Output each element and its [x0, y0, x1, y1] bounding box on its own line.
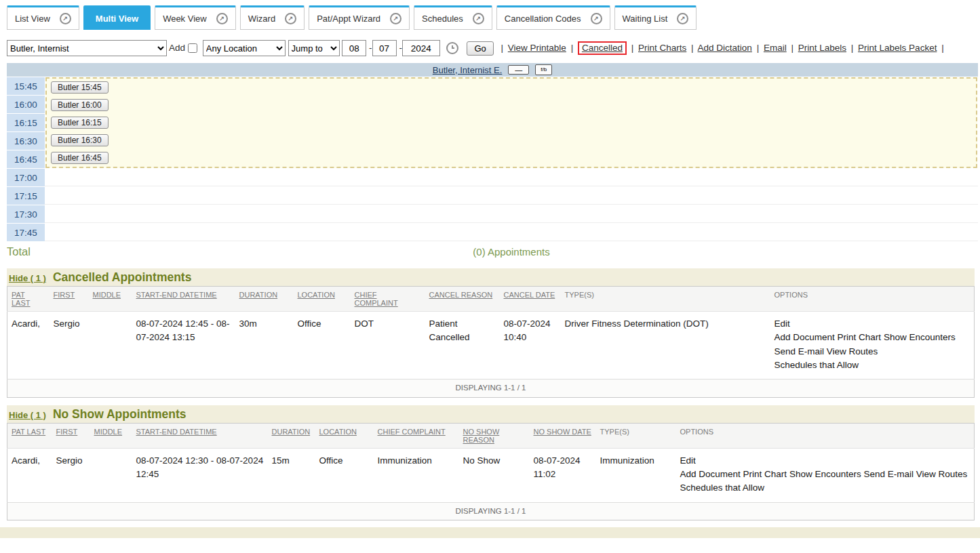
- slot-button[interactable]: Butler 15:45: [51, 81, 109, 94]
- slot-button[interactable]: Butler 16:15: [51, 117, 109, 129]
- time-label[interactable]: 15:45: [7, 77, 45, 95]
- collapse-provider-button[interactable]: —: [508, 65, 529, 75]
- schedule-empty-row[interactable]: [45, 168, 978, 186]
- print-charts-link[interactable]: Print Charts: [638, 43, 686, 53]
- open-in-new-icon[interactable]: ↗: [473, 13, 484, 24]
- time-label[interactable]: 17:45: [7, 224, 45, 241]
- add-checkbox[interactable]: [188, 43, 197, 53]
- schedules-that-allow-link[interactable]: Schedules that Allow: [775, 360, 859, 370]
- show-encounters-link[interactable]: Show Encounters: [789, 469, 861, 479]
- col-header-duration[interactable]: DURATION: [235, 287, 294, 312]
- jump-to-select[interactable]: Jump to: [288, 40, 340, 56]
- time-label[interactable]: 16:45: [7, 150, 45, 168]
- open-in-new-icon[interactable]: ↗: [285, 13, 296, 24]
- col-header-cancel-date[interactable]: CANCEL DATE: [500, 287, 561, 312]
- cell-pat-last: Acardi,: [7, 312, 50, 380]
- tab-label: Week View: [163, 14, 207, 24]
- col-header-first[interactable]: FIRST: [52, 423, 90, 448]
- provider-header-link[interactable]: Butler, Internist E.: [433, 65, 503, 75]
- fb-button[interactable]: f/b: [535, 64, 552, 75]
- hide-noshow-link[interactable]: Hide ( 1 ): [9, 410, 46, 420]
- view-routes-link[interactable]: View Routes: [827, 346, 878, 356]
- print-chart-link[interactable]: Print Chart: [743, 469, 787, 479]
- available-slot-area: Butler 15:45 Butler 16:00 Butler 16:15 B…: [45, 77, 977, 168]
- slot-button[interactable]: Butler 16:00: [51, 99, 109, 111]
- provider-select[interactable]: Butler, Internist: [7, 40, 167, 56]
- open-in-new-icon[interactable]: ↗: [677, 13, 688, 24]
- show-encounters-link[interactable]: Show Encounters: [884, 332, 956, 342]
- go-button[interactable]: Go: [467, 41, 493, 56]
- schedule-empty-row[interactable]: [45, 186, 978, 205]
- tab-bar: List View ↗ Multi View Week View ↗ Wizar…: [0, 0, 980, 30]
- add-dictation-link[interactable]: Add Dictation: [698, 43, 752, 53]
- open-in-new-icon[interactable]: ↗: [216, 13, 228, 24]
- edit-link[interactable]: Edit: [775, 319, 790, 329]
- tab-pat-appt-wizard[interactable]: Pat/Appt Wizard ↗: [309, 5, 410, 30]
- edit-link[interactable]: Edit: [680, 455, 696, 466]
- cell-first: Sergio: [50, 312, 89, 380]
- email-link[interactable]: Email: [764, 43, 787, 53]
- time-label[interactable]: 17:15: [7, 187, 45, 205]
- send-email-link[interactable]: Send E-mail: [775, 346, 825, 356]
- tab-wizard[interactable]: Wizard ↗: [240, 5, 305, 30]
- tab-waiting-list[interactable]: Waiting List ↗: [614, 5, 697, 30]
- col-header-cancel-reason[interactable]: CANCEL REASON: [425, 287, 500, 312]
- col-header-location[interactable]: LOCATION: [315, 423, 374, 448]
- send-email-link[interactable]: Send E-mail: [863, 469, 914, 479]
- date-year-input[interactable]: [402, 40, 440, 56]
- tab-cancellation-codes[interactable]: Cancellation Codes ↗: [496, 5, 610, 30]
- col-header-noshow-reason[interactable]: NO SHOW REASON: [459, 423, 530, 448]
- cancelled-appointment-row: Acardi, Sergio 08-07-2024 12:45 - 08-07-…: [7, 312, 975, 380]
- clock-icon[interactable]: [446, 42, 458, 54]
- col-header-chief-complaint[interactable]: CHIEF COMPLAINT: [351, 287, 425, 312]
- cell-chief-complaint: DOT: [351, 312, 425, 380]
- cell-location: Office: [294, 312, 351, 380]
- open-in-new-icon[interactable]: ↗: [390, 13, 401, 24]
- tab-multi-view[interactable]: Multi View: [83, 5, 151, 30]
- col-header-chief-complaint[interactable]: CHIEF COMPLAINT: [374, 423, 459, 448]
- add-document-link[interactable]: Add Document: [680, 469, 741, 479]
- cancelled-link[interactable]: Cancelled: [578, 41, 627, 55]
- time-label[interactable]: 17:00: [7, 169, 45, 186]
- link-separator: |: [499, 43, 506, 53]
- date-day-input[interactable]: [372, 40, 397, 56]
- open-in-new-icon[interactable]: ↗: [60, 13, 71, 24]
- tab-list-view[interactable]: List View ↗: [7, 5, 79, 30]
- date-month-input[interactable]: [342, 40, 366, 56]
- location-select[interactable]: Any Location: [203, 40, 286, 56]
- schedule-empty-row[interactable]: [45, 205, 978, 223]
- col-header-pat-last[interactable]: PAT LAST: [7, 423, 52, 448]
- view-routes-link[interactable]: View Routes: [916, 469, 968, 479]
- time-label[interactable]: 16:00: [7, 96, 45, 113]
- col-header-middle[interactable]: MIDDLE: [90, 423, 132, 448]
- schedule-empty-row[interactable]: [45, 223, 978, 241]
- noshow-displaying-row: DISPLAYING 1-1 / 1: [7, 502, 975, 520]
- col-header-noshow-date[interactable]: NO SHOW DATE: [530, 423, 596, 448]
- col-header-middle[interactable]: MIDDLE: [89, 287, 132, 312]
- col-header-location[interactable]: LOCATION: [294, 287, 351, 312]
- noshow-appointments-table: PAT LAST FIRST MIDDLE START-END DATETIME…: [7, 423, 975, 521]
- col-header-datetime[interactable]: START-END DATETIME: [132, 287, 235, 312]
- schedules-that-allow-link[interactable]: Schedules that Allow: [680, 483, 765, 493]
- tab-week-view[interactable]: Week View ↗: [155, 5, 236, 30]
- add-document-link[interactable]: Add Document: [775, 332, 835, 342]
- time-label[interactable]: 17:30: [7, 205, 45, 223]
- col-header-options: OPTIONS: [770, 287, 975, 312]
- slot-button[interactable]: Butler 16:30: [51, 134, 109, 146]
- print-labels-link[interactable]: Print Labels: [798, 43, 846, 53]
- open-in-new-icon[interactable]: ↗: [591, 13, 602, 24]
- view-printable-link[interactable]: View Printable: [508, 43, 566, 53]
- col-header-datetime[interactable]: START-END DATETIME: [132, 423, 268, 448]
- col-header-pat-last[interactable]: PAT LAST: [7, 287, 50, 312]
- tab-schedules[interactable]: Schedules ↗: [414, 5, 492, 30]
- print-labels-packet-link[interactable]: Print Labels Packet: [858, 43, 937, 53]
- cell-datetime: 08-07-2024 12:45 - 08-07-2024 13:15: [132, 312, 235, 380]
- cell-options: Edit Add Document Print Chart Show Encou…: [676, 448, 975, 502]
- print-chart-link[interactable]: Print Chart: [838, 332, 882, 342]
- slot-button[interactable]: Butler 16:45: [51, 152, 109, 164]
- col-header-duration[interactable]: DURATION: [268, 423, 315, 448]
- time-label[interactable]: 16:15: [7, 114, 45, 131]
- hide-cancelled-link[interactable]: Hide ( 1 ): [9, 273, 46, 283]
- col-header-first[interactable]: FIRST: [50, 287, 89, 312]
- time-label[interactable]: 16:30: [7, 132, 45, 150]
